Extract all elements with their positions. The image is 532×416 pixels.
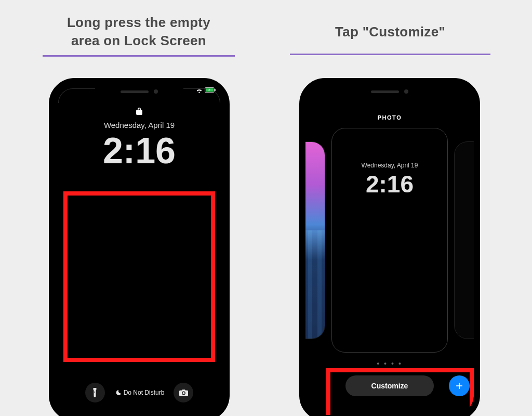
phone-notch [95, 84, 183, 99]
wallpaper-gallery[interactable]: PHOTO Wednesday, April 19 2:16 ● ● ● ● C… [305, 84, 474, 415]
gallery-heading: PHOTO [305, 114, 474, 121]
front-camera [404, 89, 408, 94]
lockscreen-time: 2:16 [55, 130, 223, 172]
pager-dots: ● ● ● ● [305, 361, 474, 366]
status-bar [196, 87, 216, 93]
wallpaper-card-next[interactable] [454, 141, 480, 339]
lockscreen-dock: Do Not Disturb [55, 383, 223, 402]
phone-mockup-step1: Wednesday, April 19 2:16 Do Not Disturb [49, 78, 230, 416]
lockscreen-date: Wednesday, April 19 [55, 121, 223, 129]
moon-icon [114, 389, 121, 396]
wifi-icon [196, 88, 203, 93]
flashlight-button[interactable] [85, 383, 105, 402]
highlight-customize-area [326, 368, 474, 415]
highlight-long-press-area[interactable] [63, 191, 215, 362]
lock-icon [136, 107, 142, 117]
step1-title-line1: Long press the empty [67, 15, 210, 30]
svg-rect-1 [215, 89, 216, 91]
speaker-grille [371, 90, 399, 93]
flashlight-icon [91, 388, 98, 397]
step2-underline [290, 54, 490, 55]
step1-title: Long press the empty area on Lock Screen [43, 14, 235, 50]
phone-mockup-step2: PHOTO Wednesday, April 19 2:16 ● ● ● ● C… [299, 78, 480, 416]
city-skyline [299, 230, 325, 339]
focus-pill[interactable]: Do Not Disturb [114, 389, 165, 396]
step1-underline [43, 55, 235, 57]
step2-title: Tap "Customize" [290, 23, 490, 41]
front-camera [154, 89, 158, 94]
lockscreen[interactable]: Wednesday, April 19 2:16 Do Not Disturb [55, 84, 223, 415]
camera-button[interactable] [174, 383, 193, 402]
camera-icon [179, 389, 188, 396]
card-date: Wednesday, April 19 [332, 162, 447, 169]
focus-label: Do Not Disturb [124, 389, 165, 396]
battery-charging-icon [205, 87, 216, 93]
wallpaper-card-current[interactable]: Wednesday, April 19 2:16 [331, 128, 448, 353]
card-time: 2:16 [332, 170, 447, 198]
phone-notch [345, 84, 434, 99]
wallpaper-card-prev[interactable] [299, 141, 325, 339]
wallpaper-cards-row[interactable]: Wednesday, April 19 2:16 [305, 128, 474, 353]
step1-title-line2: area on Lock Screen [71, 33, 206, 48]
speaker-grille [121, 90, 149, 93]
